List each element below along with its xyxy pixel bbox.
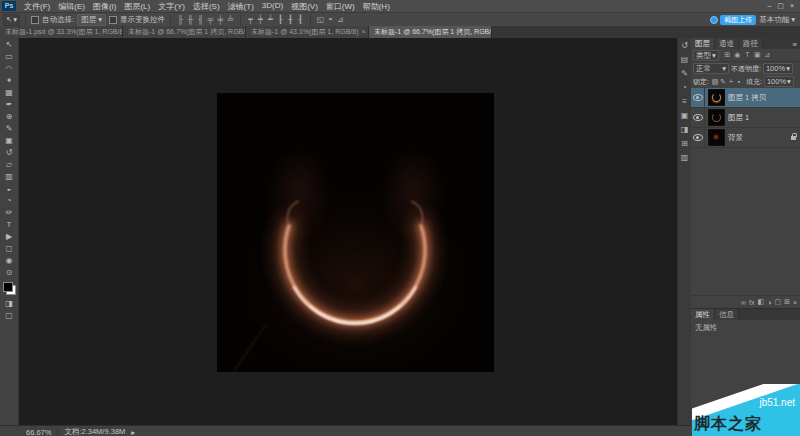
panel-tab[interactable]: 属性 (691, 309, 715, 320)
channels-panel-icon[interactable]: ⊞ (681, 139, 688, 148)
align-right-icon[interactable]: ╢ (196, 15, 205, 25)
hand-tool-icon[interactable]: ◉ (1, 255, 17, 267)
fill-dropdown[interactable]: 100% ▾ (764, 76, 794, 87)
layer-visibility-toggle[interactable] (691, 128, 705, 147)
adjustment-layer-icon[interactable]: ◑ (767, 299, 771, 306)
menu-item[interactable]: 选择(S) (189, 1, 224, 12)
new-layer-icon[interactable]: ⊞ (784, 298, 790, 306)
lasso-tool-icon[interactable]: ◠ (1, 63, 17, 75)
align-center-v-icon[interactable]: ╪ (216, 15, 225, 25)
blur-tool-icon[interactable]: ◒ (1, 183, 17, 195)
maximize-icon[interactable]: ▢ (777, 2, 784, 10)
filter-smart-icon[interactable]: ⊿ (763, 51, 772, 59)
eraser-tool-icon[interactable]: ▱ (1, 159, 17, 171)
panel-tab[interactable]: 信息 (715, 309, 739, 320)
layer-style-icon[interactable]: fx (749, 299, 754, 306)
filter-pixel-icon[interactable]: ⊞ (723, 51, 732, 59)
layer-visibility-toggle[interactable] (691, 88, 705, 107)
menu-item[interactable]: 图像(I) (89, 1, 121, 12)
auto-select-checkbox[interactable] (31, 16, 39, 24)
lock-all-icon[interactable]: ▪ (735, 78, 743, 86)
layer-row[interactable]: 图层 1 (691, 108, 800, 128)
layer-thumbnail[interactable] (708, 89, 725, 106)
quick-selection-tool-icon[interactable]: ✦ (1, 75, 17, 87)
lock-transparent-icon[interactable]: ▨ (711, 78, 719, 86)
filter-type-icon[interactable]: T (743, 51, 752, 59)
marquee-tool-icon[interactable]: ▭ (1, 51, 17, 63)
distribute-top-icon[interactable]: ┯ (246, 15, 255, 25)
panel-tab[interactable]: 图层 (691, 38, 715, 49)
distribute-bottom-icon[interactable]: ┷ (266, 15, 275, 25)
filter-shape-icon[interactable]: ▣ (753, 51, 762, 59)
zoom-level[interactable]: 66.67% (26, 428, 58, 436)
layer-mask-icon[interactable]: ◧ (758, 298, 765, 306)
align-bottom-icon[interactable]: ╧ (226, 15, 235, 25)
canvas[interactable] (217, 93, 494, 372)
panel-tab[interactable]: 通道 (715, 38, 739, 49)
align-center-h-icon[interactable]: ╫ (186, 15, 195, 25)
history-brush-tool-icon[interactable]: ↺ (1, 147, 17, 159)
brush-tool-icon[interactable]: ✎ (1, 123, 17, 135)
dodge-tool-icon[interactable]: ◔ (1, 195, 17, 207)
layer-thumbnail[interactable] (708, 109, 725, 126)
distribute-center-h-icon[interactable]: ╂ (286, 15, 295, 25)
history-panel-icon[interactable]: ↺ (681, 41, 688, 50)
workspace-switcher[interactable]: 基本功能 ▾ (759, 15, 797, 25)
new-group-icon[interactable]: ▢ (774, 298, 781, 306)
layer-row[interactable]: 图层 1 拷贝 (691, 88, 800, 108)
brush-panel-icon[interactable]: ✎ (681, 69, 688, 78)
menu-item[interactable]: 窗口(W) (322, 1, 359, 12)
align-left-icon[interactable]: ╟ (176, 15, 185, 25)
screen-mode-icon[interactable]: ▢ (1, 310, 17, 322)
filter-adjustment-icon[interactable]: ◉ (733, 51, 742, 59)
menu-item[interactable]: 帮助(H) (359, 1, 394, 12)
menu-item[interactable]: 文件(F) (20, 1, 54, 12)
blend-mode-dropdown[interactable]: 正常 ▾ (693, 63, 729, 74)
adjustments-panel-icon[interactable]: ◨ (681, 125, 689, 134)
zoom-tool-icon[interactable]: ⊙ (1, 267, 17, 279)
menu-item[interactable]: 图层(L) (120, 1, 154, 12)
lock-pixels-icon[interactable]: ✎ (719, 78, 727, 86)
status-chevron-icon[interactable]: ▸ (131, 428, 135, 436)
3d-drag-icon[interactable]: ⊿ (336, 15, 345, 25)
move-tool-icon[interactable]: ↖ (1, 39, 17, 51)
filter-type-dropdown[interactable]: 类型 ▾ (693, 50, 719, 61)
healing-brush-tool-icon[interactable]: ⊕ (1, 111, 17, 123)
path-selection-tool-icon[interactable]: ▶ (1, 231, 17, 243)
styles-panel-icon[interactable]: ▣ (681, 111, 689, 120)
clone-source-panel-icon[interactable]: ◔ (682, 83, 687, 92)
minimize-icon[interactable]: – (767, 2, 771, 10)
menu-item[interactable]: 文字(Y) (154, 1, 189, 12)
type-tool-icon[interactable]: T (1, 219, 17, 231)
paths-panel-icon[interactable]: ▥ (681, 153, 689, 162)
document-tab[interactable]: 未标题-1.psd @ 33.3%(图层 1, RGB/8) × (0, 26, 123, 38)
eyedropper-tool-icon[interactable]: ✒ (1, 99, 17, 111)
crop-tool-icon[interactable]: ▦ (1, 87, 17, 99)
layer-row[interactable]: 背景 (691, 128, 800, 148)
delete-layer-icon[interactable]: × (793, 299, 797, 306)
foreground-color-swatch[interactable] (3, 282, 13, 292)
link-layers-icon[interactable]: ∞ (741, 299, 746, 306)
document-workspace[interactable] (19, 38, 677, 425)
distribute-right-icon[interactable]: ┨ (296, 15, 305, 25)
3d-roll-icon[interactable]: ◓ (326, 15, 335, 25)
layer-thumbnail[interactable] (708, 129, 725, 146)
swatches-panel-icon[interactable]: ▤ (681, 55, 689, 64)
panel-tab[interactable]: 路径 (739, 38, 763, 49)
opacity-dropdown[interactable]: 100% ▾ (763, 63, 793, 74)
close-tab-icon[interactable]: × (361, 26, 365, 38)
document-tab[interactable]: 未标题-1 @ 43.1%(图层 1, RGB/8) × (246, 26, 369, 38)
shape-tool-icon[interactable]: ◻ (1, 243, 17, 255)
auto-select-target-dropdown[interactable]: 图层 ▾ (77, 14, 106, 26)
document-tab[interactable]: 未标题-1 @ 66.7%(图层 1 拷贝, RGB/8) × (123, 26, 246, 38)
3d-rotate-icon[interactable]: ◱ (316, 15, 325, 25)
panel-menu-icon[interactable]: ≡ (790, 40, 800, 49)
current-tool-preset[interactable]: ↖ ▾ (3, 14, 20, 26)
align-top-icon[interactable]: ╤ (206, 15, 215, 25)
overlay-upload-badge[interactable]: 截图上传 (710, 15, 756, 25)
document-tab[interactable]: 未标题-1 @ 66.7%(图层 1 拷贝, RGB/8#) × (369, 26, 492, 38)
menu-item[interactable]: 视图(V) (287, 1, 322, 12)
show-transform-checkbox[interactable] (109, 16, 117, 24)
distribute-left-icon[interactable]: ┠ (276, 15, 285, 25)
pen-tool-icon[interactable]: ✏ (1, 207, 17, 219)
